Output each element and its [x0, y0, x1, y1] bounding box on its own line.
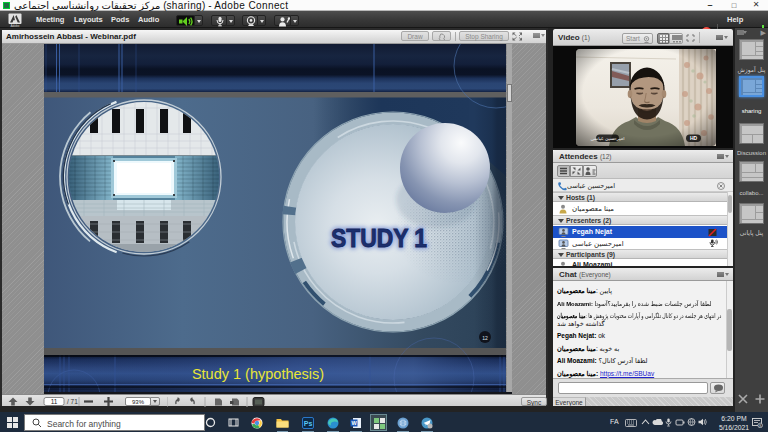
svg-text:Study 1 (hypothesis): Study 1 (hypothesis): [192, 366, 324, 382]
svg-text:11: 11: [51, 398, 58, 405]
svg-text:امیرحسین عباسی: امیرحسین عباسی: [591, 136, 625, 141]
svg-text:HD: HD: [690, 135, 698, 141]
svg-text:STUDY 1: STUDY 1: [331, 224, 427, 252]
svg-text:S: S: [759, 423, 762, 428]
svg-text:/ 71: / 71: [67, 398, 78, 405]
svg-text:Adobe: Adobe: [10, 24, 19, 27]
svg-text:12: 12: [482, 335, 488, 341]
svg-text:W: W: [351, 420, 357, 426]
